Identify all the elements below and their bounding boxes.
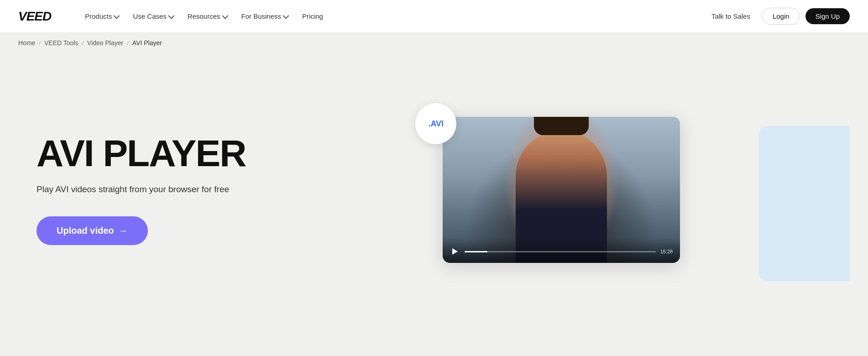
nav-products[interactable]: Products	[78, 9, 125, 24]
hero-subtitle: Play AVI videos straight from your brows…	[37, 183, 246, 196]
upload-video-button[interactable]: Upload video →	[37, 216, 148, 245]
breadcrumb-video-player[interactable]: Video Player	[87, 39, 123, 47]
arrow-icon: →	[119, 225, 128, 236]
progress-bar[interactable]	[465, 251, 655, 252]
breadcrumb-sep-2: /	[82, 40, 84, 47]
avi-badge: .AVI	[415, 103, 456, 144]
video-card: 16:28	[443, 117, 680, 263]
chevron-down-icon	[282, 12, 289, 19]
breadcrumb-home[interactable]: Home	[18, 39, 35, 47]
person-hair	[534, 117, 589, 135]
hero-title: AVI PLAYER	[37, 135, 246, 172]
breadcrumb-veed-tools[interactable]: VEED Tools	[44, 39, 78, 47]
hero-section: AVI PLAYER Play AVI videos straight from…	[0, 53, 868, 318]
nav-for-business[interactable]: For Business	[235, 9, 294, 24]
nav-right: Talk to Sales Login Sign Up	[705, 8, 850, 25]
play-button[interactable]	[450, 246, 460, 257]
header: VEED Products Use Cases Resources For Bu…	[0, 0, 868, 33]
video-duration: 16:28	[660, 249, 673, 254]
nav-pricing[interactable]: Pricing	[296, 9, 329, 24]
hero-visual: .AVI 16:28	[273, 99, 850, 281]
breadcrumb: Home / VEED Tools / Video Player / AVI P…	[0, 33, 868, 53]
nav-resources[interactable]: Resources	[181, 9, 233, 24]
talk-to-sales-link[interactable]: Talk to Sales	[705, 9, 757, 24]
chevron-down-icon	[222, 12, 228, 19]
progress-fill	[465, 251, 487, 252]
bg-decoration	[758, 126, 850, 281]
main-nav: Products Use Cases Resources For Busines…	[78, 9, 687, 24]
breadcrumb-sep-1: /	[39, 40, 41, 47]
video-controls: 16:28	[443, 238, 680, 263]
video-preview-container: .AVI 16:28	[443, 117, 680, 263]
breadcrumb-avi-player[interactable]: AVI Player	[132, 39, 162, 47]
logo[interactable]: VEED	[18, 9, 51, 24]
play-icon	[452, 248, 458, 255]
chevron-down-icon	[168, 12, 174, 19]
signup-button[interactable]: Sign Up	[805, 8, 850, 24]
login-button[interactable]: Login	[762, 8, 800, 25]
chevron-down-icon	[114, 12, 120, 19]
avi-badge-label: .AVI	[428, 119, 444, 129]
nav-use-cases[interactable]: Use Cases	[126, 9, 179, 24]
breadcrumb-sep-3: /	[127, 40, 129, 47]
hero-text: AVI PLAYER Play AVI videos straight from…	[37, 135, 246, 245]
